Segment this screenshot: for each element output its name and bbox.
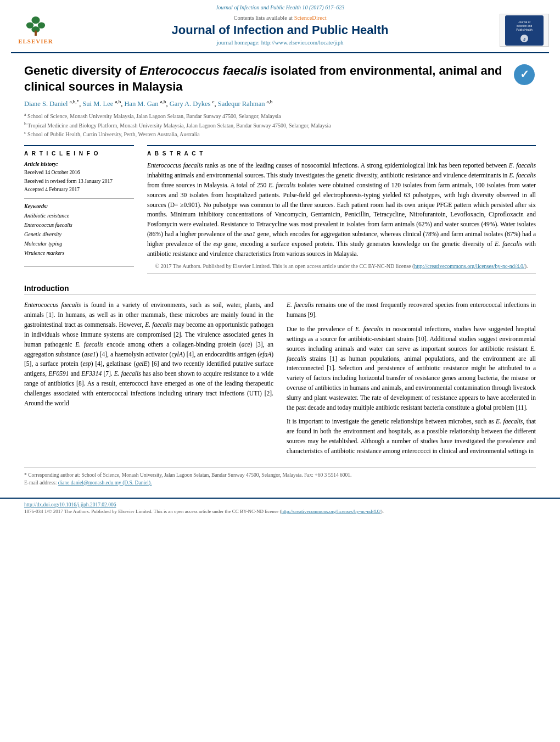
article-info-abstract: A R T I C L E I N F O Article history: R… bbox=[24, 145, 536, 274]
cc-license-link[interactable]: http://creativecommons.org/licenses/by-n… bbox=[414, 263, 524, 269]
abstract-box: A B S T R A C T Enterococcus faecalis ra… bbox=[147, 145, 536, 274]
svg-text:Infection and: Infection and bbox=[517, 24, 533, 27]
svg-rect-4 bbox=[35, 31, 37, 36]
footnote-section: * Corresponding author at: School of Sci… bbox=[24, 467, 536, 487]
history-label: Article history: bbox=[24, 161, 134, 167]
keyword-3: Genetic diversity bbox=[24, 230, 134, 239]
author-han[interactable]: Han M. Gan bbox=[124, 100, 158, 108]
journal-logo-right: Journal of Infection and Public Health J bbox=[500, 14, 549, 47]
keyword-4: Molecular typing bbox=[24, 239, 134, 248]
abstract-label: A B S T R A C T bbox=[147, 150, 536, 157]
journal-title-center: Contents lists available at ScienceDirec… bbox=[60, 15, 500, 46]
bottom-license-link[interactable]: http://creativecommons.org/licenses/by-n… bbox=[281, 509, 380, 514]
title-italic: Enterococcus faecalis bbox=[139, 64, 267, 77]
svg-text:✓: ✓ bbox=[520, 68, 529, 80]
journal-header: Journal of Infection and Public Health 1… bbox=[0, 0, 560, 53]
contents-line: Contents lists available at ScienceDirec… bbox=[66, 15, 494, 21]
intro-section: Introduction Enterococcus faecalis is fo… bbox=[24, 284, 536, 460]
journal-main-title: Journal of Infection and Public Health bbox=[66, 23, 494, 37]
elsevier-logo: ELSEVIER bbox=[11, 14, 60, 47]
svg-point-0 bbox=[31, 16, 40, 24]
intro-body: Enterococcus faecalis is found in a vari… bbox=[24, 300, 536, 460]
journal-logo-icon: Journal of Infection and Public Health J bbox=[505, 15, 544, 46]
right-col: A B S T R A C T Enterococcus faecalis ra… bbox=[147, 145, 536, 274]
article-title: Genetic diversity of Enterococcus faecal… bbox=[24, 63, 504, 94]
author-gary[interactable]: Gary A. Dykes bbox=[170, 100, 211, 108]
affiliations: a School of Science, Monash University M… bbox=[24, 111, 536, 138]
keywords-label: Keywords: bbox=[24, 203, 134, 209]
header-content: ELSEVIER Contents lists available at Sci… bbox=[11, 14, 549, 47]
intro-col2-p3: It is important to investigate the genet… bbox=[287, 417, 536, 456]
intro-title: Introduction bbox=[24, 284, 536, 295]
email-note: E-mail address: diane.daniel@monash.edu.… bbox=[24, 479, 536, 487]
intro-col1-p1: Enterococcus faecalis is found in a vari… bbox=[24, 300, 273, 408]
crossmark-icon: ✓ bbox=[513, 64, 535, 86]
received-revised-date: Received in revised form 13 January 2017 bbox=[24, 177, 134, 186]
keyword-2: Enterococcus faecalis bbox=[24, 220, 134, 230]
keywords-list: Antibiotic resistance Enterococcus faeca… bbox=[24, 211, 134, 258]
intro-col2-p1: E. faecalis remains one of the most freq… bbox=[287, 300, 536, 320]
homepage-url[interactable]: http://www.elsevier.com/locate/jiph bbox=[261, 40, 344, 46]
keywords-subsection: Keywords: Antibiotic resistance Enteroco… bbox=[24, 203, 134, 258]
article-title-section: Genetic diversity of Enterococcus faecal… bbox=[24, 63, 536, 94]
intro-col1: Enterococcus faecalis is found in a vari… bbox=[24, 300, 273, 460]
divider bbox=[24, 198, 134, 199]
left-col: A R T I C L E I N F O Article history: R… bbox=[24, 145, 134, 274]
intro-col2-p2: Due to the prevalence of E. faecalis in … bbox=[287, 325, 536, 412]
keyword-5: Virulence markers bbox=[24, 248, 134, 258]
author-sadequr[interactable]: Sadequr Rahman bbox=[218, 100, 265, 108]
keyword-1: Antibiotic resistance bbox=[24, 211, 134, 220]
abstract-copyright: © 2017 The Authors. Published by Elsevie… bbox=[147, 263, 536, 269]
intro-col2: E. faecalis remains one of the most freq… bbox=[287, 300, 536, 460]
abstract-text: Enterococcus faecalis ranks as one of th… bbox=[147, 161, 536, 259]
received-date: Received 14 October 2016 bbox=[24, 169, 134, 177]
accepted-date: Accepted 4 February 2017 bbox=[24, 186, 134, 194]
bottom-bar: http://dx.doi.org/10.1016/j.jiph.2017.02… bbox=[0, 498, 560, 517]
elsevier-tree-icon bbox=[22, 16, 49, 37]
journal-homepage: journal homepage: http://www.elsevier.co… bbox=[66, 40, 494, 46]
doi-link[interactable]: http://dx.doi.org/10.1016/j.jiph.2017.02… bbox=[24, 502, 536, 507]
article-info-box: A R T I C L E I N F O Article history: R… bbox=[24, 145, 134, 267]
crossmark-badge[interactable]: ✓ bbox=[513, 63, 536, 86]
authors-line: Diane S. Daniel a,b,*, Sui M. Lee a,b, H… bbox=[24, 99, 536, 108]
author-sui[interactable]: Sui M. Lee bbox=[82, 100, 113, 108]
elsevier-wordmark: ELSEVIER bbox=[18, 38, 53, 44]
svg-text:Journal of: Journal of bbox=[518, 20, 531, 24]
bottom-license: 1876-034 1/© 2017 The Authors. Published… bbox=[24, 509, 536, 514]
main-content: Genetic diversity of Enterococcus faecal… bbox=[0, 53, 560, 492]
history-subsection: Article history: Received 14 October 201… bbox=[24, 161, 134, 194]
email-link[interactable]: diane.daniel@monash.edu.my (D.S. Daniel)… bbox=[58, 480, 152, 486]
corresponding-note: * Corresponding author at: School of Sci… bbox=[24, 471, 536, 479]
svg-text:Public Health: Public Health bbox=[516, 28, 533, 31]
journal-top-bar: Journal of Infection and Public Health 1… bbox=[216, 4, 344, 10]
author-diane[interactable]: Diane S. Daniel bbox=[24, 100, 68, 108]
header-divider bbox=[11, 52, 549, 53]
sciencedirect-link[interactable]: ScienceDirect bbox=[294, 15, 327, 21]
page-wrapper: Journal of Infection and Public Health 1… bbox=[0, 0, 560, 742]
title-pre: Genetic diversity of bbox=[24, 64, 139, 77]
svg-text:J: J bbox=[523, 37, 525, 42]
article-info-label: A R T I C L E I N F O bbox=[24, 150, 134, 157]
